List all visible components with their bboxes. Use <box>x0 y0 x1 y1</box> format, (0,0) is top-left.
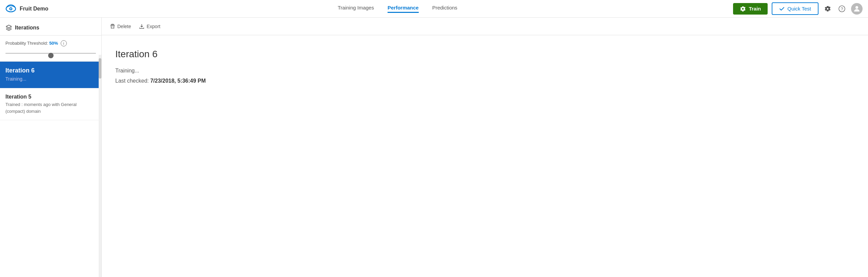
threshold-info-icon[interactable]: i <box>61 40 67 46</box>
svg-text:?: ? <box>841 6 843 12</box>
last-checked-prefix: Last checked: <box>115 78 150 84</box>
main-layout: Iterations Probability Threshold: 50% i … <box>0 18 868 277</box>
last-checked-value: 7/23/2018, 5:36:49 PM <box>150 78 206 84</box>
tab-predictions[interactable]: Predictions <box>432 5 457 13</box>
avatar[interactable] <box>851 3 863 15</box>
iteration-5-title: Iteration 5 <box>5 94 96 100</box>
sidebar-scrollbar[interactable] <box>99 55 101 277</box>
threshold-section: Probability Threshold: 50% i <box>0 36 101 62</box>
iteration-title: Iteration 6 <box>115 49 854 60</box>
iteration-item-6[interactable]: Iteration 6 Training... <box>0 62 101 88</box>
help-icon: ? <box>838 5 846 13</box>
download-icon <box>139 24 144 29</box>
export-button[interactable]: Export <box>139 24 160 29</box>
train-button[interactable]: Train <box>733 3 768 15</box>
app-title: Fruit Demo <box>20 6 48 12</box>
layers-icon <box>5 24 12 31</box>
threshold-label: Probability Threshold: 50% i <box>5 40 96 46</box>
svg-point-5 <box>855 6 858 9</box>
last-checked: Last checked: 7/23/2018, 5:36:49 PM <box>115 78 854 84</box>
quick-test-label: Quick Test <box>787 6 811 12</box>
header: Fruit Demo Training Images Performance P… <box>0 0 868 18</box>
help-button[interactable]: ? <box>837 4 847 14</box>
sidebar-header-label: Iterations <box>15 25 39 31</box>
export-label: Export <box>146 24 160 29</box>
nav-tabs: Training Images Performance Predictions <box>62 5 733 13</box>
iteration-6-status: Training... <box>5 76 96 83</box>
content-area: Delete Export Iteration 6 Training... La… <box>102 18 868 277</box>
iteration-list: Iteration 6 Training... Iteration 5 Trai… <box>0 62 101 277</box>
user-icon <box>853 5 861 13</box>
logo-area: Fruit Demo <box>5 3 48 14</box>
checkmark-icon <box>779 6 785 12</box>
sidebar: Iterations Probability Threshold: 50% i … <box>0 18 102 277</box>
svg-rect-7 <box>111 25 115 25</box>
settings-button[interactable] <box>823 4 833 14</box>
sidebar-header: Iterations <box>0 18 101 36</box>
gear-icon <box>740 6 746 12</box>
iteration-5-status: Trained : moments ago with General (comp… <box>5 101 96 114</box>
main-content: Iteration 6 Training... Last checked: 7/… <box>102 35 868 98</box>
training-status: Training... <box>115 68 854 74</box>
svg-rect-6 <box>112 24 114 25</box>
trash-icon <box>110 24 115 29</box>
svg-point-2 <box>10 8 12 9</box>
threshold-slider[interactable] <box>5 50 96 57</box>
iteration-6-title: Iteration 6 <box>5 67 96 74</box>
delete-button[interactable]: Delete <box>110 24 131 29</box>
threshold-value: 50% <box>49 41 58 46</box>
tab-training-images[interactable]: Training Images <box>338 5 374 13</box>
slider-track <box>5 53 96 54</box>
content-toolbar: Delete Export <box>102 18 868 35</box>
app-logo-icon <box>5 3 16 14</box>
tab-performance[interactable]: Performance <box>388 5 419 13</box>
slider-thumb[interactable] <box>48 53 54 58</box>
delete-label: Delete <box>117 24 131 29</box>
train-label: Train <box>749 6 761 12</box>
iteration-item-5[interactable]: Iteration 5 Trained : moments ago with G… <box>0 88 101 120</box>
sidebar-scrollbar-thumb[interactable] <box>99 58 101 79</box>
header-actions: Train Quick Test ? <box>733 2 863 15</box>
quick-test-button[interactable]: Quick Test <box>772 2 818 15</box>
settings-icon <box>824 5 831 13</box>
